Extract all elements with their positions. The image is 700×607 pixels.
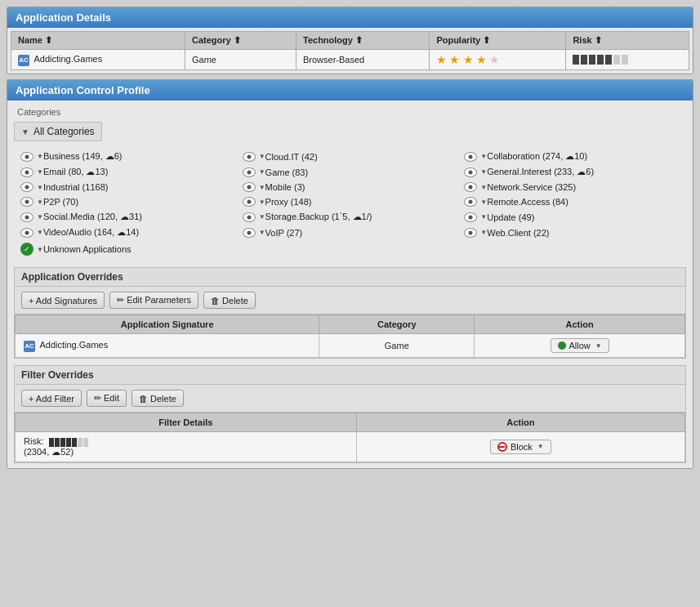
app-risk-cell bbox=[566, 50, 689, 70]
eye-icon-cloudit[interactable] bbox=[243, 152, 256, 162]
edit-parameters-button[interactable]: ✏ Edit Parameters bbox=[109, 292, 198, 309]
col-popularity[interactable]: Popularity ⬆ bbox=[430, 32, 566, 50]
dropdown-email[interactable]: ▼ bbox=[37, 168, 43, 176]
dropdown-business[interactable]: ▼ bbox=[37, 153, 43, 160]
dropdown-p2p[interactable]: ▼ bbox=[37, 199, 43, 206]
category-network-label: Network.Service (325) bbox=[487, 182, 576, 192]
eye-icon-proxy[interactable] bbox=[243, 197, 256, 207]
category-cloudit-label: Cloud.IT (42) bbox=[265, 152, 318, 162]
eye-icon-industrial[interactable] bbox=[20, 182, 33, 192]
category-remote: ▼ Remote.Access (84) bbox=[464, 195, 680, 208]
eye-icon-storage[interactable] bbox=[243, 212, 256, 222]
category-voip-label: VoIP (27) bbox=[265, 228, 303, 238]
category-network: ▼ Network.Service (325) bbox=[464, 181, 680, 194]
eye-icon-p2p[interactable] bbox=[20, 197, 33, 207]
eye-icon-general[interactable] bbox=[464, 167, 477, 177]
filter-risk-bars bbox=[49, 438, 88, 447]
eye-icon-video[interactable] bbox=[20, 228, 33, 238]
allow-dropdown-arrow[interactable]: ▼ bbox=[595, 342, 602, 350]
category-industrial: ▼ Industrial (1168) bbox=[20, 181, 236, 194]
dropdown-collaboration[interactable]: ▼ bbox=[480, 153, 487, 160]
dropdown-industrial[interactable]: ▼ bbox=[37, 184, 43, 191]
eye-icon-collaboration[interactable] bbox=[464, 152, 477, 162]
app-control-header: Application Control Profile bbox=[7, 80, 693, 100]
col-category[interactable]: Category ⬆ bbox=[185, 32, 296, 50]
block-action-badge[interactable]: Block ▼ bbox=[490, 440, 551, 454]
category-proxy: ▼ Proxy (148) bbox=[243, 195, 458, 208]
main-container: Application Details Name ⬆ Category ⬆ Te… bbox=[0, 0, 700, 475]
frb-4 bbox=[66, 438, 71, 447]
star-5: ★ bbox=[489, 53, 500, 66]
dropdown-mobile[interactable]: ▼ bbox=[259, 184, 265, 191]
category-update: ▼ Update (49) bbox=[464, 210, 680, 224]
dropdown-social[interactable]: ▼ bbox=[37, 213, 43, 221]
eye-icon-game[interactable] bbox=[243, 167, 256, 177]
category-business: ▼ Business (149, ☁6) bbox=[20, 150, 236, 163]
delete-app-button[interactable]: 🗑 Delete bbox=[203, 292, 256, 309]
app-details-panel: Application Details Name ⬆ Category ⬆ Te… bbox=[7, 7, 693, 74]
frb-2 bbox=[55, 438, 60, 447]
filter-override-row: Risk: bbox=[16, 432, 685, 462]
all-categories-row[interactable]: ▼ All Categories bbox=[14, 122, 102, 141]
app-control-panel: Application Control Profile Categories ▼… bbox=[7, 79, 693, 469]
eye-icon-network[interactable] bbox=[464, 182, 477, 192]
dropdown-proxy[interactable]: ▼ bbox=[259, 199, 265, 206]
eye-icon-business[interactable] bbox=[20, 152, 33, 162]
dropdown-cloudit[interactable]: ▼ bbox=[259, 153, 265, 160]
eye-icon-webclient[interactable] bbox=[464, 228, 477, 238]
frb-3 bbox=[60, 438, 65, 447]
add-filter-button[interactable]: + Add Filter bbox=[21, 390, 82, 407]
dropdown-network[interactable]: ▼ bbox=[480, 184, 487, 191]
eye-icon-remote[interactable] bbox=[464, 197, 477, 207]
block-label: Block bbox=[511, 442, 533, 452]
app-overrides-section: Application Overrides + Add Signatures ✏… bbox=[14, 267, 686, 359]
category-general-interest: ▼ General.Interest (233, ☁6) bbox=[464, 165, 680, 179]
block-dropdown-arrow[interactable]: ▼ bbox=[537, 443, 544, 450]
category-email: ▼ Email (80, ☁13) bbox=[20, 165, 236, 179]
star-2: ★ bbox=[449, 53, 460, 66]
col-name[interactable]: Name ⬆ bbox=[11, 32, 185, 50]
category-mobile: ▼ Mobile (3) bbox=[243, 181, 458, 194]
star-4: ★ bbox=[476, 53, 487, 66]
dropdown-remote[interactable]: ▼ bbox=[480, 199, 487, 206]
col-risk[interactable]: Risk ⬆ bbox=[566, 32, 689, 50]
category-proxy-label: Proxy (148) bbox=[265, 197, 312, 207]
dropdown-update[interactable]: ▼ bbox=[480, 213, 487, 221]
eye-icon-social[interactable] bbox=[20, 212, 33, 222]
check-icon-unknown[interactable]: ✓ bbox=[20, 243, 33, 256]
category-social: ▼ Social.Media (120, ☁31) bbox=[20, 210, 236, 224]
risk-bars bbox=[573, 55, 682, 65]
dropdown-video[interactable]: ▼ bbox=[37, 229, 43, 236]
col-technology[interactable]: Technology ⬆ bbox=[296, 32, 430, 50]
dropdown-unknown[interactable]: ▼ bbox=[37, 246, 43, 253]
frb-5 bbox=[72, 438, 77, 447]
app-name: Addicting.Games bbox=[33, 54, 102, 64]
eye-icon-mobile[interactable] bbox=[243, 182, 256, 192]
dropdown-storage[interactable]: ▼ bbox=[259, 213, 265, 221]
add-signatures-button[interactable]: + Add Signatures bbox=[21, 292, 105, 309]
app-details-table: Name ⬆ Category ⬆ Technology ⬆ Popularit… bbox=[11, 31, 689, 70]
block-icon bbox=[497, 442, 507, 452]
app-sig-cell: AC Addicting.Games bbox=[16, 334, 319, 358]
risk-bar-7 bbox=[622, 55, 628, 65]
app-icon: AC bbox=[18, 55, 29, 66]
allow-action-badge[interactable]: Allow ▼ bbox=[551, 338, 609, 353]
category-unknown: ✓ ▼ Unknown Applications bbox=[20, 241, 236, 257]
app-detail-row: AC Addicting.Games Game Browser-Based ★ … bbox=[11, 50, 689, 70]
eye-icon-email[interactable] bbox=[20, 167, 33, 177]
dropdown-general[interactable]: ▼ bbox=[480, 168, 487, 176]
categories-label: Categories bbox=[14, 105, 686, 118]
risk-bar-5 bbox=[605, 55, 612, 65]
eye-icon-update[interactable] bbox=[464, 212, 477, 222]
edit-filter-button[interactable]: ✏ Edit bbox=[87, 390, 127, 407]
all-categories-label: All Categories bbox=[33, 126, 95, 137]
eye-icon-voip[interactable] bbox=[243, 228, 256, 238]
dropdown-game[interactable]: ▼ bbox=[259, 168, 265, 176]
delete-filter-button[interactable]: 🗑 Delete bbox=[132, 390, 184, 407]
app-override-category: Game bbox=[319, 334, 475, 358]
filter-overrides-header: Filter Overrides bbox=[15, 366, 685, 385]
dropdown-webclient[interactable]: ▼ bbox=[480, 229, 487, 236]
app-name-cell: AC Addicting.Games bbox=[11, 50, 185, 70]
category-industrial-label: Industrial (1168) bbox=[43, 182, 109, 192]
dropdown-voip[interactable]: ▼ bbox=[259, 229, 265, 236]
